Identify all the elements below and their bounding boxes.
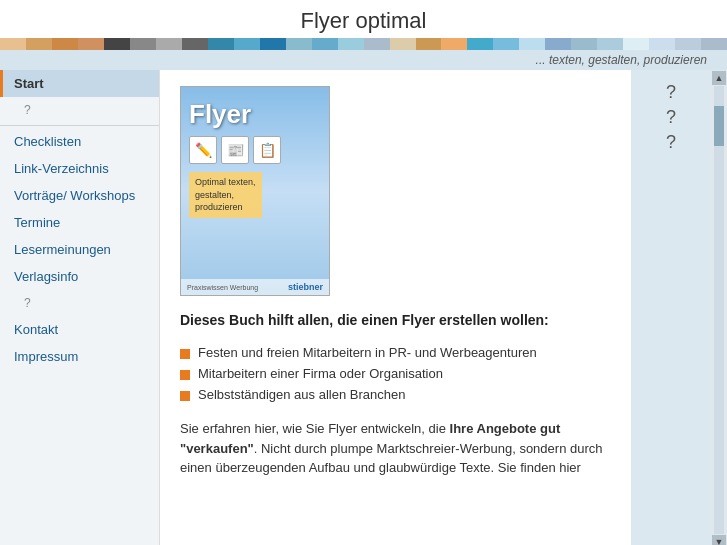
scroll-track[interactable] <box>714 86 724 534</box>
color-bar-segment <box>286 38 312 50</box>
book-icon-1: ✏️ <box>189 136 217 164</box>
body-text: Sie erfahren hier, wie Sie Flyer entwick… <box>180 419 611 478</box>
subtitle: ... texten, gestalten, produzieren <box>0 50 727 70</box>
color-bar-segment <box>312 38 338 50</box>
bullet-item: Mitarbeitern einer Firma oder Organisati… <box>180 363 611 384</box>
sidebar: Start?ChecklistenLink-VerzeichnisVorträg… <box>0 70 160 545</box>
book-icon-2: 📰 <box>221 136 249 164</box>
sidebar-item-vortr-ge--workshops[interactable]: Vorträge/ Workshops <box>0 182 159 209</box>
page-title: Flyer optimal <box>0 8 727 38</box>
bullet-list: Festen und freien Mitarbeitern in PR- un… <box>180 342 611 405</box>
sidebar-item-start[interactable]: Start <box>0 70 159 97</box>
sidebar-divider <box>0 125 159 126</box>
book-brand: Praxiswissen Werbung <box>187 284 258 291</box>
book-subtitle: Optimal texten,gestalten,produzieren <box>189 172 262 218</box>
color-bar-segment <box>545 38 571 50</box>
content-area: Flyer ✏️ 📰 📋 Optimal texten,gestalten,pr… <box>160 70 631 545</box>
color-bar <box>0 38 727 50</box>
color-bar-segment <box>52 38 78 50</box>
scrollbar-right: ▲ ▼ <box>711 70 727 545</box>
body-text-bold-1: Ihre Angebote gut"verkaufen" <box>180 421 560 456</box>
color-bar-segment <box>416 38 442 50</box>
main-layout: Start?ChecklistenLink-VerzeichnisVorträg… <box>0 70 727 545</box>
header: Flyer optimal ... texten, gestalten, pro… <box>0 0 727 70</box>
sidebar-item-lesermeinungen[interactable]: Lesermeinungen <box>0 236 159 263</box>
book-footer: Praxiswissen Werbung stiebner <box>181 279 329 295</box>
color-bar-segment <box>701 38 727 50</box>
book-cover: Flyer ✏️ 📰 📋 Optimal texten,gestalten,pr… <box>180 86 330 296</box>
color-bar-segment <box>364 38 390 50</box>
color-bar-segment <box>390 38 416 50</box>
color-bar-segment <box>519 38 545 50</box>
color-bar-segment <box>493 38 519 50</box>
bullet-item: Selbstständigen aus allen Branchen <box>180 384 611 405</box>
color-bar-segment <box>234 38 260 50</box>
color-bar-segment <box>0 38 26 50</box>
color-bar-segment <box>675 38 701 50</box>
color-bar-segment <box>182 38 208 50</box>
scroll-down-button[interactable]: ▼ <box>712 535 726 545</box>
color-bar-segment <box>156 38 182 50</box>
sidebar-item--[interactable]: ? <box>0 97 159 123</box>
book-title: Flyer <box>189 99 251 130</box>
sidebar-item-verlagsinfo[interactable]: Verlagsinfo <box>0 263 159 290</box>
sidebar-item-link-verzeichnis[interactable]: Link-Verzeichnis <box>0 155 159 182</box>
right-panel-item: ? <box>666 132 676 153</box>
color-bar-segment <box>649 38 675 50</box>
color-bar-segment <box>623 38 649 50</box>
color-bar-segment <box>597 38 623 50</box>
book-publisher: stiebner <box>288 282 323 292</box>
sidebar-item-impressum[interactable]: Impressum <box>0 343 159 370</box>
bullet-item: Festen und freien Mitarbeitern in PR- un… <box>180 342 611 363</box>
sidebar-item--[interactable]: ? <box>0 290 159 316</box>
right-panel: ??? <box>631 70 711 545</box>
sidebar-item-kontakt[interactable]: Kontakt <box>0 316 159 343</box>
main-heading: Dieses Buch hilft allen, die einen Flyer… <box>180 312 611 328</box>
right-panel-item: ? <box>666 107 676 128</box>
scroll-thumb[interactable] <box>714 106 724 146</box>
color-bar-segment <box>441 38 467 50</box>
book-icons: ✏️ 📰 📋 <box>189 136 281 164</box>
sidebar-item-checklisten[interactable]: Checklisten <box>0 128 159 155</box>
scroll-up-button[interactable]: ▲ <box>712 71 726 85</box>
color-bar-segment <box>78 38 104 50</box>
color-bar-segment <box>26 38 52 50</box>
book-icon-3: 📋 <box>253 136 281 164</box>
color-bar-segment <box>208 38 234 50</box>
color-bar-segment <box>467 38 493 50</box>
color-bar-segment <box>104 38 130 50</box>
color-bar-segment <box>338 38 364 50</box>
color-bar-segment <box>130 38 156 50</box>
right-panel-item: ? <box>666 82 676 103</box>
color-bar-segment <box>571 38 597 50</box>
sidebar-item-termine[interactable]: Termine <box>0 209 159 236</box>
color-bar-segment <box>260 38 286 50</box>
